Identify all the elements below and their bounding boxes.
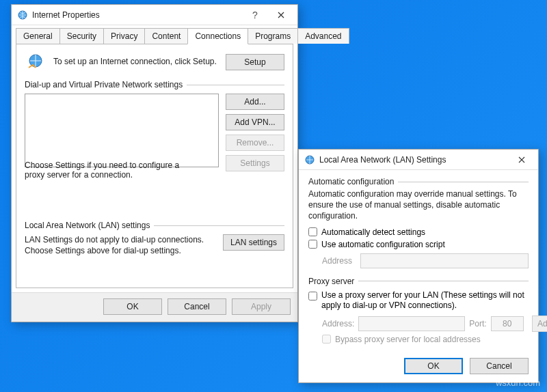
tab-general[interactable]: General — [16, 28, 60, 44]
internet-options-icon — [304, 154, 315, 165]
auto-detect-checkbox[interactable]: Automatically detect settings — [308, 227, 529, 237]
titlebar: Internet Properties ? — [12, 5, 297, 25]
auto-config-description: Automatic configuration may override man… — [308, 188, 529, 222]
bypass-local-checkbox-input — [322, 335, 331, 344]
tab-programs[interactable]: Programs — [248, 28, 298, 44]
use-proxy-label: Use a proxy server for your LAN (These s… — [321, 290, 529, 311]
lan-settings-button[interactable]: LAN settings — [223, 234, 284, 251]
bypass-local-label: Bypass proxy server for local addresses — [335, 335, 481, 344]
dialup-group-label: Dial-up and Virtual Private Network sett… — [25, 80, 284, 89]
script-address-input — [360, 253, 529, 268]
proxy-port-input — [491, 316, 524, 331]
watermark: wsxdn.com — [496, 378, 540, 388]
internet-options-icon — [17, 10, 28, 20]
use-proxy-checkbox-input[interactable] — [308, 292, 317, 300]
setup-button[interactable]: Setup — [226, 54, 284, 70]
tab-content[interactable]: Content — [144, 28, 188, 44]
auto-script-checkbox-input[interactable] — [308, 240, 317, 249]
script-address-label: Address — [322, 256, 360, 266]
tab-privacy[interactable]: Privacy — [103, 28, 145, 44]
bypass-local-checkbox: Bypass proxy server for local addresses — [308, 335, 529, 344]
proxy-port-label: Port: — [469, 319, 486, 328]
lan-body: Automatic configuration Automatic config… — [299, 170, 538, 351]
setup-text: To set up an Internet connection, click … — [53, 57, 226, 68]
lan-cancel-button[interactable]: Cancel — [470, 358, 529, 374]
auto-script-checkbox[interactable]: Use automatic configuration script — [308, 240, 529, 249]
choose-settings-text: Choose Settings if you need to configure… — [25, 160, 196, 180]
tab-panel-connections: To set up an Internet connection, click … — [16, 44, 293, 288]
tab-connections[interactable]: Connections — [187, 28, 248, 44]
window-title: Internet Properties — [32, 10, 243, 20]
lan-group-label: Local Area Network (LAN) settings — [25, 221, 284, 230]
remove-button: Remove... — [226, 135, 284, 151]
close-button[interactable] — [267, 5, 295, 25]
tab-advanced[interactable]: Advanced — [297, 28, 349, 44]
lan-description: LAN Settings do not apply to dial-up con… — [25, 234, 216, 256]
internet-properties-window: Internet Properties ? General Security P… — [11, 4, 298, 322]
use-proxy-checkbox[interactable]: Use a proxy server for your LAN (These s… — [308, 290, 529, 311]
connection-settings-button: Settings — [226, 155, 284, 171]
auto-script-label: Use automatic configuration script — [321, 240, 445, 249]
proxy-advanced-button: Advanced — [532, 316, 547, 332]
ok-button[interactable]: OK — [103, 298, 162, 315]
globe-wizard-icon — [25, 51, 46, 73]
lan-window-title: Local Area Network (LAN) Settings — [319, 155, 508, 165]
lan-close-button[interactable] — [508, 150, 535, 169]
help-button[interactable]: ? — [243, 5, 267, 25]
auto-detect-checkbox-input[interactable] — [308, 227, 317, 236]
auto-config-group-label: Automatic configuration — [308, 177, 529, 186]
proxy-group-label: Proxy server — [308, 277, 529, 286]
connections-listbox[interactable] — [25, 94, 219, 167]
tabstrip: General Security Privacy Content Connect… — [12, 25, 297, 44]
lan-ok-button[interactable]: OK — [404, 358, 463, 374]
cancel-button[interactable]: Cancel — [168, 298, 226, 315]
proxy-address-label: Address: — [322, 319, 354, 328]
add-vpn-button[interactable]: Add VPN... — [226, 114, 284, 130]
lan-titlebar: Local Area Network (LAN) Settings — [299, 150, 538, 170]
proxy-address-input — [358, 316, 465, 331]
dialog-buttons: OK Cancel Apply — [12, 292, 297, 322]
auto-detect-label: Automatically detect settings — [321, 227, 425, 237]
tab-security[interactable]: Security — [59, 28, 104, 44]
add-button[interactable]: Add... — [226, 94, 284, 110]
apply-button: Apply — [232, 298, 291, 315]
lan-settings-window: Local Area Network (LAN) Settings Automa… — [298, 149, 539, 383]
